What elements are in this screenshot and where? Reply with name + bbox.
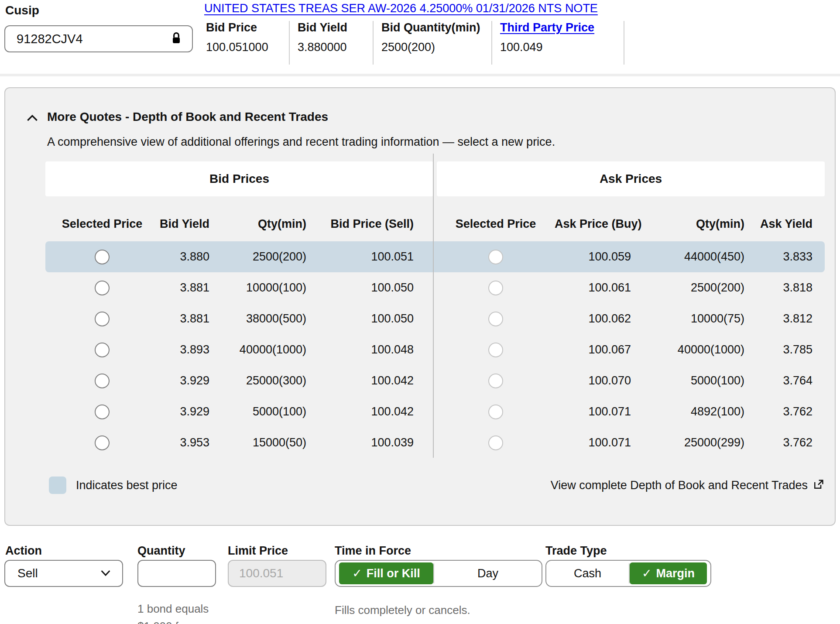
bid-qty-cell: 15000(50) <box>209 436 306 449</box>
bid-price-cell: 100.039 <box>306 436 433 449</box>
trade-type-margin-option[interactable]: ✓ Margin <box>630 562 707 584</box>
bid-radio-cell <box>45 312 159 326</box>
bid-price-cell: 100.050 <box>306 281 433 295</box>
bid-quantity-label: Bid Quantity(min) <box>381 21 486 34</box>
ask-yield-cell: 3.762 <box>744 405 825 418</box>
ask-qty-cell: 4892(100) <box>631 405 744 418</box>
bid-qty-header: Qty(min) <box>209 217 306 231</box>
ask-prices-title: Ask Prices <box>600 172 662 186</box>
ask-radio-cell <box>437 405 555 419</box>
ask-select-radio[interactable] <box>488 405 503 419</box>
ask-yield-cell: 3.818 <box>744 281 825 295</box>
ask-select-radio[interactable] <box>488 312 503 326</box>
tif-fill-or-kill-option[interactable]: ✓ Fill or Kill <box>339 562 433 584</box>
bid-price-value: 100.051000 <box>206 41 268 54</box>
tif-day-option[interactable]: Day <box>434 562 542 584</box>
ask-radio-cell <box>437 374 555 388</box>
bid-select-radio[interactable] <box>95 435 110 450</box>
bid-radio-cell <box>45 250 159 264</box>
ask-yield-cell: 3.812 <box>744 312 825 326</box>
ask-yield-cell: 3.785 <box>744 343 825 357</box>
bid-qty-cell: 38000(500) <box>209 312 306 326</box>
external-link-icon <box>812 478 825 493</box>
bid-quantity-value: 2500(200) <box>381 41 435 54</box>
action-select[interactable]: Sell <box>4 560 123 587</box>
quantity-label: Quantity <box>137 544 185 558</box>
bid-qty-cell: 25000(300) <box>209 374 306 387</box>
security-title-link[interactable]: UNITED STATES TREAS SER AW-2026 4.25000%… <box>204 2 598 15</box>
divider <box>624 21 624 65</box>
bid-yield-cell: 3.893 <box>159 343 209 357</box>
bid-qty-cell: 40000(1000) <box>209 343 306 357</box>
panel-description: A comprehensive view of additional offer… <box>47 135 555 149</box>
bid-yield-quote: Bid Yield 3.880000 <box>298 21 363 54</box>
view-depth-link[interactable]: View complete Depth of Book and Recent T… <box>551 478 825 493</box>
cusip-input[interactable]: 91282CJV4 <box>4 25 193 52</box>
bid-qty-cell: 2500(200) <box>209 250 306 264</box>
depth-row: 3.88138000(500)100.050100.06210000(75)3.… <box>45 303 825 334</box>
ask-select-radio[interactable] <box>488 374 503 388</box>
bid-yield-header: Bid Yield <box>159 217 209 231</box>
ask-radio-cell <box>437 343 555 357</box>
bid-select-radio[interactable] <box>95 312 110 326</box>
time-in-force-label: Time in Force <box>335 544 411 558</box>
ask-prices-band: Ask Prices <box>437 161 825 196</box>
bid-price-sell-header: Bid Price (Sell) <box>306 217 433 231</box>
check-icon: ✓ <box>642 566 652 580</box>
ask-select-radio[interactable] <box>488 250 503 264</box>
depth-table-header: Selected Price Bid Yield Qty(min) Bid Pr… <box>45 217 825 231</box>
cusip-value: 91282CJV4 <box>17 32 169 46</box>
bid-select-radio[interactable] <box>95 405 110 419</box>
bid-radio-cell <box>45 343 159 357</box>
ask-select-radio[interactable] <box>488 343 503 357</box>
third-party-price-link[interactable]: Third Party Price <box>500 21 614 34</box>
ask-select-radio[interactable] <box>488 435 503 450</box>
cusip-label: Cusip <box>5 3 39 17</box>
third-party-price-quote: Third Party Price 100.049 <box>500 21 614 54</box>
divider <box>433 154 434 458</box>
bid-radio-cell <box>45 405 159 419</box>
bid-price-cell: 100.042 <box>306 405 433 418</box>
divider <box>0 74 840 76</box>
bid-yield-label: Bid Yield <box>298 21 363 34</box>
bid-select-radio[interactable] <box>95 281 110 295</box>
divider <box>289 21 290 65</box>
quantity-input[interactable] <box>137 560 216 587</box>
chevron-up-icon[interactable] <box>25 111 40 126</box>
ask-yield-cell: 3.833 <box>744 250 825 264</box>
depth-row-best: 3.8802500(200)100.051100.05944000(450)3.… <box>45 241 825 272</box>
ask-price-cell: 100.070 <box>555 374 631 387</box>
bid-price-cell: 100.048 <box>306 343 433 357</box>
ask-radio-cell <box>437 312 555 326</box>
bid-select-radio[interactable] <box>95 250 110 264</box>
depth-table: Bid Prices Ask Prices Selected Price Bid… <box>45 161 825 463</box>
bid-selected-price-header: Selected Price <box>45 217 159 231</box>
ask-yield-cell: 3.762 <box>744 436 825 449</box>
depth-of-book-panel: More Quotes - Depth of Book and Recent T… <box>4 87 836 526</box>
bid-prices-band: Bid Prices <box>45 161 433 196</box>
ask-radio-cell <box>437 435 555 450</box>
view-depth-link-label: View complete Depth of Book and Recent T… <box>551 479 808 492</box>
bid-yield-cell: 3.929 <box>159 374 209 387</box>
bid-select-radio[interactable] <box>95 374 110 388</box>
bid-qty-cell: 5000(100) <box>209 405 306 418</box>
bid-select-radio[interactable] <box>95 343 110 357</box>
bid-radio-cell <box>45 281 159 295</box>
divider <box>373 21 374 65</box>
depth-row: 3.9295000(100)100.042100.0714892(100)3.7… <box>45 396 825 427</box>
ask-radio-cell <box>437 281 555 295</box>
trade-type-toggle: Cash ✓ Margin <box>545 560 711 587</box>
ask-price-cell: 100.071 <box>555 405 631 418</box>
bid-radio-cell <box>45 374 159 388</box>
best-price-legend-label: Indicates best price <box>76 479 178 492</box>
tif-helper: Fills completely or cancels. <box>335 603 470 617</box>
ask-qty-cell: 25000(299) <box>631 436 744 449</box>
lock-icon <box>169 31 183 47</box>
ask-qty-cell: 10000(75) <box>631 312 744 326</box>
trade-type-cash-option[interactable]: Cash <box>546 562 629 584</box>
bid-yield-cell: 3.881 <box>159 312 209 326</box>
quantity-helper: 1 bond equals $1,000 face <box>137 600 209 624</box>
trade-type-label: Trade Type <box>545 544 607 558</box>
limit-price-label: Limit Price <box>228 544 288 558</box>
ask-select-radio[interactable] <box>488 281 503 295</box>
